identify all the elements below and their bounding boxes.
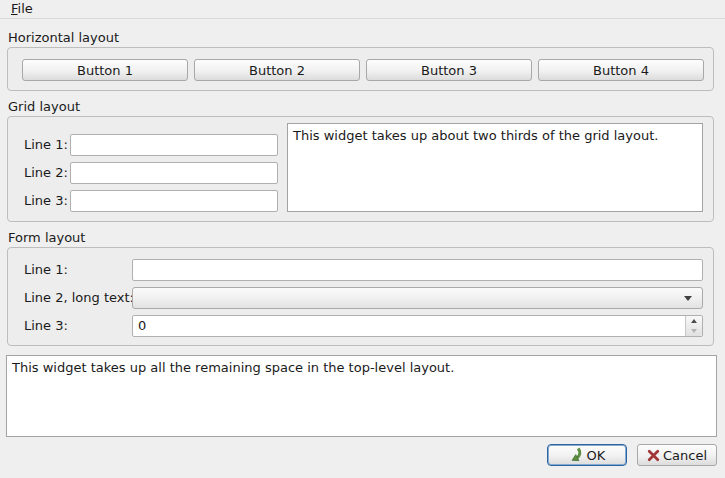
form-line3-label: Line 3: — [24, 315, 68, 337]
form-line2-combobox[interactable] — [132, 287, 703, 309]
group-title-form-layout: Form layout — [8, 230, 85, 245]
spin-up-button[interactable] — [686, 316, 702, 326]
spin-down-button[interactable] — [686, 326, 702, 336]
arrow-down-icon — [691, 329, 697, 333]
form-line1-label: Line 1: — [24, 259, 68, 281]
form-line2-label: Line 2, long text: — [24, 287, 134, 309]
spinbox-value: 0 — [138, 316, 146, 336]
chevron-down-icon — [684, 296, 692, 301]
grid-line1-input[interactable] — [70, 134, 278, 156]
grid-line1-label: Line 1: — [24, 134, 68, 156]
dialog-window: File Horizontal layout Button 1 Button 2… — [0, 0, 725, 478]
bottom-textedit[interactable]: This widget takes up all the remaining s… — [6, 355, 717, 437]
button-2[interactable]: Button 2 — [194, 59, 360, 81]
spinbox-buttons — [685, 316, 702, 336]
grid-textedit[interactable]: This widget takes up about two thirds of… — [287, 123, 703, 212]
grid-line2-label: Line 2: — [24, 162, 68, 184]
arrow-up-icon — [691, 319, 697, 323]
menu-item-file[interactable]: File — [4, 0, 40, 18]
ok-button-label: OK — [587, 448, 606, 463]
grid-line3-input[interactable] — [70, 190, 278, 212]
form-line3-spinbox[interactable]: 0 — [132, 315, 703, 337]
ok-return-arrow-icon — [569, 448, 584, 463]
menubar: File — [0, 0, 725, 19]
cancel-x-icon — [647, 449, 660, 462]
group-title-horizontal-layout: Horizontal layout — [8, 30, 119, 45]
cancel-button-label: Cancel — [663, 448, 707, 463]
grid-line3-label: Line 3: — [24, 190, 68, 212]
button-1[interactable]: Button 1 — [22, 59, 188, 81]
menu-file-rest: ile — [18, 1, 33, 16]
button-3[interactable]: Button 3 — [366, 59, 532, 81]
button-4[interactable]: Button 4 — [538, 59, 704, 81]
grid-line2-input[interactable] — [70, 162, 278, 184]
ok-button[interactable]: OK — [547, 444, 627, 466]
form-line1-input[interactable] — [132, 259, 703, 281]
cancel-button[interactable]: Cancel — [637, 444, 717, 466]
group-title-grid-layout: Grid layout — [8, 99, 80, 114]
